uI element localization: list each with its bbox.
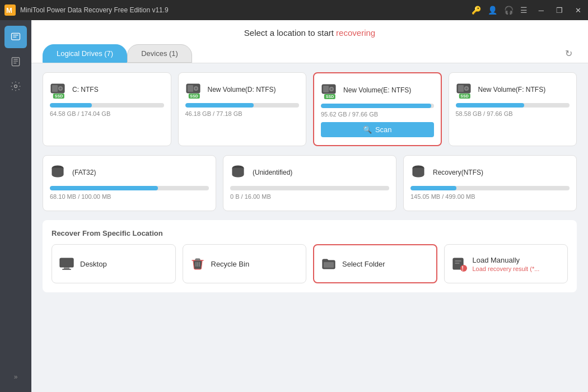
- restore-button[interactable]: ❐: [554, 5, 565, 16]
- svg-rect-6: [52, 85, 58, 92]
- drive-size-unid: 0 B / 16.00 MB: [230, 193, 389, 200]
- drive-name-f: New Volume(F: NTFS): [478, 86, 546, 94]
- tab-devices[interactable]: Devices (1): [127, 44, 192, 63]
- svg-point-16: [330, 88, 333, 90]
- drives-grid-row2: (FAT32) 68.10 MB / 100.00 MB: [43, 155, 577, 211]
- progress-bar-d: [185, 103, 300, 108]
- drive-size-d: 46.18 GB / 77.18 GB: [185, 110, 300, 117]
- recycle-bin-label: Recycle Bin: [211, 260, 250, 268]
- window-controls: ─ ❐ ✕: [536, 5, 584, 16]
- svg-text:!: !: [461, 265, 463, 272]
- specific-card-desktop[interactable]: Desktop: [52, 244, 176, 283]
- progress-fill-f: [456, 103, 524, 108]
- svg-point-8: [59, 87, 62, 90]
- sidebar-item-recovery[interactable]: [4, 26, 27, 48]
- select-folder-label: Select Folder: [342, 260, 385, 268]
- svg-rect-10: [188, 85, 193, 92]
- specific-card-recycle[interactable]: Recycle Bin: [183, 244, 307, 283]
- progress-bar-c: [50, 103, 164, 108]
- refresh-button[interactable]: ↻: [561, 46, 577, 61]
- progress-fill-e: [321, 104, 431, 108]
- sidebar-item-tools[interactable]: [4, 50, 27, 73]
- drive-name-recovery: Recovery(NTFS): [433, 169, 483, 176]
- tools-icon: [10, 56, 21, 67]
- title-bar: M MiniTool Power Data Recovery Free Edit…: [0, 0, 588, 20]
- drive-size-e: 95.62 GB / 97.66 GB: [321, 111, 434, 118]
- svg-point-4: [15, 85, 17, 88]
- drives-grid-row1: SSD C: NTFS 64.58 GB / 174.04 GB: [43, 72, 577, 146]
- menu-icon[interactable]: ☰: [520, 6, 528, 15]
- load-manually-icon: !: [451, 256, 467, 272]
- ssd-badge-e: SSD: [324, 94, 335, 99]
- svg-rect-29: [62, 269, 71, 270]
- drive-size-c: 64.58 GB / 174.04 GB: [50, 110, 164, 117]
- content-header: Select a location to start recovering Lo…: [31, 20, 588, 63]
- user-icon[interactable]: 👤: [488, 6, 497, 15]
- drive-card-e-header: SSD New Volume(E: NTFS): [321, 81, 434, 99]
- svg-point-12: [195, 87, 197, 90]
- drive-card-fat32[interactable]: (FAT32) 68.10 MB / 100.00 MB: [43, 155, 216, 211]
- progress-fill-recovery: [410, 186, 456, 190]
- drive-card-c[interactable]: SSD C: NTFS 64.58 GB / 174.04 GB: [43, 72, 171, 146]
- drive-card-unid-header: (Unidentified): [230, 164, 389, 181]
- drive-icon-c: SSD: [50, 81, 68, 99]
- tab-logical-drives[interactable]: Logical Drives (7): [43, 44, 127, 63]
- header-title: Select a location to start recovering: [43, 28, 577, 38]
- scan-button[interactable]: 🔍 Scan: [321, 122, 434, 137]
- drive-icon-d: SSD: [185, 81, 203, 99]
- drive-icon-e: SSD: [321, 81, 339, 99]
- progress-fill-fat32: [50, 186, 158, 190]
- specific-card-load-manually[interactable]: ! Load Manually Load recovery result (*.…: [444, 244, 568, 283]
- svg-rect-28: [64, 267, 69, 269]
- drive-card-fat32-header: (FAT32): [50, 164, 209, 181]
- svg-rect-18: [458, 85, 464, 92]
- svg-point-24: [232, 172, 244, 177]
- close-button[interactable]: ✕: [573, 5, 584, 16]
- drive-card-c-header: SSD C: NTFS: [50, 81, 164, 99]
- settings-icon: [10, 81, 21, 92]
- drive-name-d: New Volume(D: NTFS): [208, 86, 276, 94]
- folder-icon: [321, 256, 337, 272]
- specific-location-section: Recover From Specific Location Desktop: [43, 220, 577, 292]
- drive-card-recovery-header: Recovery(NTFS): [410, 164, 570, 181]
- progress-bar-recovery: [410, 186, 570, 190]
- svg-rect-2: [12, 33, 20, 40]
- drive-card-e[interactable]: SSD New Volume(E: NTFS) 95.62 GB / 97.66…: [313, 72, 442, 146]
- key-icon[interactable]: 🔑: [472, 6, 481, 15]
- svg-text:M: M: [6, 6, 12, 15]
- title-bar-icons: 🔑 👤 🎧 ☰: [472, 6, 528, 15]
- drive-size-fat32: 68.10 MB / 100.00 MB: [50, 193, 209, 200]
- drive-name-unid: (Unidentified): [253, 169, 292, 176]
- svg-rect-3: [12, 58, 19, 66]
- specific-card-folder[interactable]: Select Folder: [313, 244, 437, 283]
- svg-point-26: [413, 172, 424, 177]
- progress-bar-fat32: [50, 186, 209, 190]
- drive-size-f: 58.58 GB / 97.66 GB: [456, 110, 570, 117]
- specific-cards-grid: Desktop: [52, 244, 568, 283]
- minimize-button[interactable]: ─: [536, 5, 546, 16]
- svg-point-22: [52, 172, 63, 177]
- drive-name-e: New Volume(E: NTFS): [343, 86, 411, 94]
- svg-rect-33: [324, 262, 334, 268]
- recovery-icon: [10, 31, 21, 43]
- sidebar-item-settings[interactable]: [4, 75, 27, 97]
- drive-icon-unid: [230, 164, 248, 181]
- desktop-label: Desktop: [80, 260, 107, 268]
- headphone-icon[interactable]: 🎧: [504, 6, 514, 15]
- app-body: » Select a location to start recovering …: [0, 20, 588, 392]
- drive-card-f[interactable]: SSD New Volume(F: NTFS) 58.58 GB / 97.66…: [449, 72, 577, 146]
- drive-size-recovery: 145.05 MB / 499.00 MB: [410, 193, 570, 200]
- svg-rect-14: [323, 86, 329, 92]
- drive-card-d[interactable]: SSD New Volume(D: NTFS) 46.18 GB / 77.18…: [178, 72, 307, 146]
- progress-bar-f: [456, 103, 570, 108]
- load-manually-text: Load Manually Load recovery result (*...: [473, 256, 540, 272]
- recycle-bin-icon: [190, 256, 206, 272]
- drive-card-recovery[interactable]: Recovery(NTFS) 145.05 MB / 499.00 MB: [403, 155, 577, 211]
- load-manually-label: Load Manually: [473, 256, 540, 264]
- drive-card-unid[interactable]: (Unidentified) 0 B / 16.00 MB: [223, 155, 396, 211]
- desktop-icon: [59, 256, 74, 272]
- svg-point-20: [465, 87, 468, 90]
- progress-fill-d: [185, 103, 254, 108]
- drives-area: SSD C: NTFS 64.58 GB / 174.04 GB: [31, 63, 588, 392]
- sidebar-expand[interactable]: »: [0, 367, 31, 386]
